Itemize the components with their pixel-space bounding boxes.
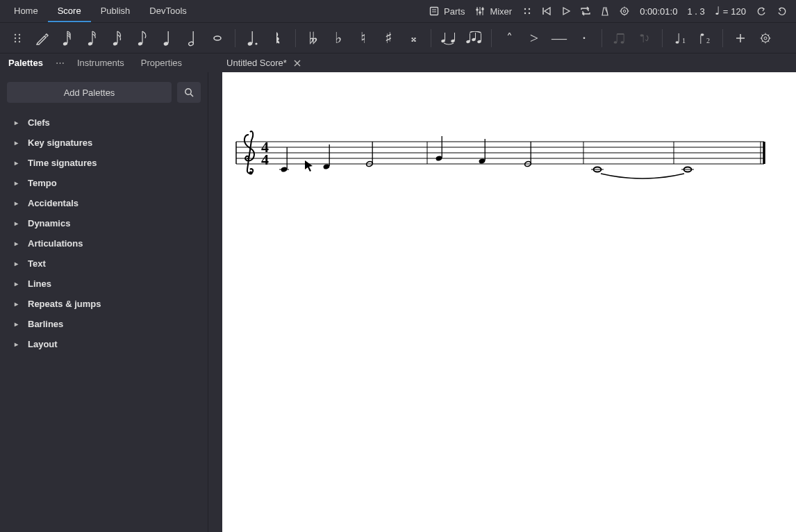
search-palettes-button[interactable]	[177, 82, 201, 103]
side-panel-tabs: Palettes ⋯ Instruments Properties Untitl…	[0, 53, 796, 72]
svg-text:1: 1	[682, 37, 686, 44]
tenuto-button[interactable]: —	[547, 26, 571, 50]
playback-settings-icon[interactable]	[619, 6, 630, 17]
document-title: Untitled Score*	[226, 58, 287, 68]
panel-tab-properties[interactable]: Properties	[133, 53, 190, 72]
chevron-right-icon: ▸	[13, 199, 19, 207]
svg-line-78	[768, 40, 770, 42]
voice-1-button[interactable]: 1	[668, 26, 692, 50]
chevron-right-icon: ▸	[13, 159, 19, 167]
palette-item-label: Lines	[28, 279, 51, 289]
mouse-cursor-icon	[305, 160, 313, 172]
panel-tab-instruments[interactable]: Instruments	[69, 53, 133, 72]
svg-point-7	[479, 11, 482, 14]
augmentation-dot-button[interactable]	[241, 26, 265, 50]
loop-icon[interactable]	[580, 6, 591, 17]
play-icon[interactable]	[561, 6, 572, 17]
palette-item[interactable]: ▸Lines	[7, 274, 201, 294]
svg-point-29	[19, 40, 20, 42]
add-palettes-button[interactable]: Add Palettes	[7, 82, 172, 103]
toolbar-settings-button[interactable]	[754, 26, 777, 50]
palette-item-label: Tempo	[28, 178, 57, 188]
redo-icon[interactable]	[777, 6, 788, 17]
tie-button[interactable]	[437, 26, 461, 50]
tempo-display[interactable]: ♩ = 120	[715, 6, 746, 17]
staccato-button[interactable]: ·	[572, 26, 596, 50]
note-whole-button[interactable]	[206, 26, 229, 50]
document-tab[interactable]: Untitled Score*	[218, 53, 310, 72]
tab-score[interactable]: Score	[48, 0, 91, 22]
note-8th-button[interactable]	[131, 26, 154, 50]
chevron-right-icon: ▸	[13, 139, 19, 147]
slur-button[interactable]	[462, 26, 486, 50]
flip-direction-button[interactable]	[633, 26, 656, 50]
palette-item[interactable]: ▸Time signatures	[7, 153, 201, 173]
mixer-icon	[474, 6, 486, 17]
rewind-icon[interactable]	[541, 6, 552, 17]
palette-item-label: Articulations	[28, 238, 83, 249]
svg-point-12	[529, 13, 530, 14]
voice-2-button[interactable]: 2	[693, 26, 717, 50]
natural-button[interactable]: ♮	[351, 26, 375, 50]
note-32nd-button[interactable]	[81, 26, 104, 50]
mixer-button[interactable]: Mixer	[474, 6, 512, 17]
tab-devtools[interactable]: DevTools	[140, 0, 196, 22]
tab-publish[interactable]: Publish	[91, 0, 140, 22]
undo-icon[interactable]	[756, 6, 767, 17]
svg-point-18	[621, 8, 628, 15]
palette-item[interactable]: ▸Dynamics	[7, 213, 201, 233]
svg-line-80	[768, 34, 770, 35]
rest-button[interactable]	[266, 26, 290, 50]
tuplet-button[interactable]	[608, 26, 631, 50]
note-quarter-button[interactable]	[156, 26, 179, 50]
tempo-eq: =	[723, 6, 729, 17]
palettes-sidebar: Add Palettes ▸Clefs▸Key signatures▸Time …	[0, 72, 208, 532]
palette-item[interactable]: ▸Articulations	[7, 233, 201, 253]
note-half-button[interactable]	[181, 26, 204, 50]
svg-point-27	[19, 37, 20, 38]
palette-item-label: Layout	[28, 339, 58, 349]
palette-item[interactable]: ▸Key signatures	[7, 133, 201, 153]
panel-tab-menu-icon[interactable]: ⋯	[51, 53, 69, 72]
svg-point-42	[214, 36, 221, 40]
toolbar-grip-icon[interactable]	[6, 26, 29, 50]
palette-item[interactable]: ▸Text	[7, 253, 201, 274]
flat-button[interactable]: ♭	[326, 26, 350, 50]
parts-button[interactable]: Parts	[429, 6, 465, 17]
drag-handle-icon[interactable]	[522, 6, 533, 17]
note-input-mode-button[interactable]	[31, 26, 54, 50]
svg-marker-14	[545, 8, 550, 15]
palette-item[interactable]: ▸Barlines	[7, 314, 201, 334]
double-flat-button[interactable]: 𝄫	[301, 26, 325, 50]
sharp-button[interactable]: ♯	[376, 26, 400, 50]
svg-point-8	[482, 8, 485, 10]
score-canvas[interactable]: 4 4	[222, 72, 796, 532]
svg-point-11	[524, 13, 526, 14]
chevron-right-icon: ▸	[13, 280, 19, 288]
svg-text:4: 4	[261, 151, 269, 168]
palette-item-label: Repeats & jumps	[28, 299, 101, 309]
palette-item[interactable]: ▸Layout	[7, 334, 201, 354]
accent-button[interactable]: >	[522, 26, 546, 50]
metronome-icon[interactable]	[599, 6, 611, 17]
top-menu-bar: Home Score Publish DevTools Parts Mixer	[0, 0, 796, 22]
svg-line-84	[190, 94, 193, 97]
palette-item[interactable]: ▸Repeats & jumps	[7, 294, 201, 314]
palette-item-label: Text	[28, 258, 46, 269]
tab-home[interactable]: Home	[4, 0, 48, 22]
palette-item[interactable]: ▸Accidentals	[7, 193, 201, 213]
note-16th-button[interactable]	[106, 26, 129, 50]
top-controls: Parts Mixer	[429, 0, 792, 22]
note-64th-button[interactable]	[56, 26, 79, 50]
palette-item[interactable]: ▸Clefs	[7, 113, 201, 133]
close-tab-icon[interactable]	[292, 58, 302, 68]
panel-tab-palettes[interactable]: Palettes	[0, 53, 51, 72]
score-canvas-wrapper: 4 4	[208, 72, 796, 532]
double-sharp-button[interactable]: 𝄪	[401, 26, 425, 50]
marcato-button[interactable]: ˄	[497, 26, 521, 50]
add-element-button[interactable]	[729, 26, 752, 50]
palette-item[interactable]: ▸Tempo	[7, 173, 201, 193]
chevron-right-icon: ▸	[13, 300, 19, 308]
svg-point-91	[249, 172, 253, 175]
note-input-toolbar: 𝄫 ♭ ♮ ♯ 𝄪 ˄ > — · 1 2	[0, 22, 796, 53]
